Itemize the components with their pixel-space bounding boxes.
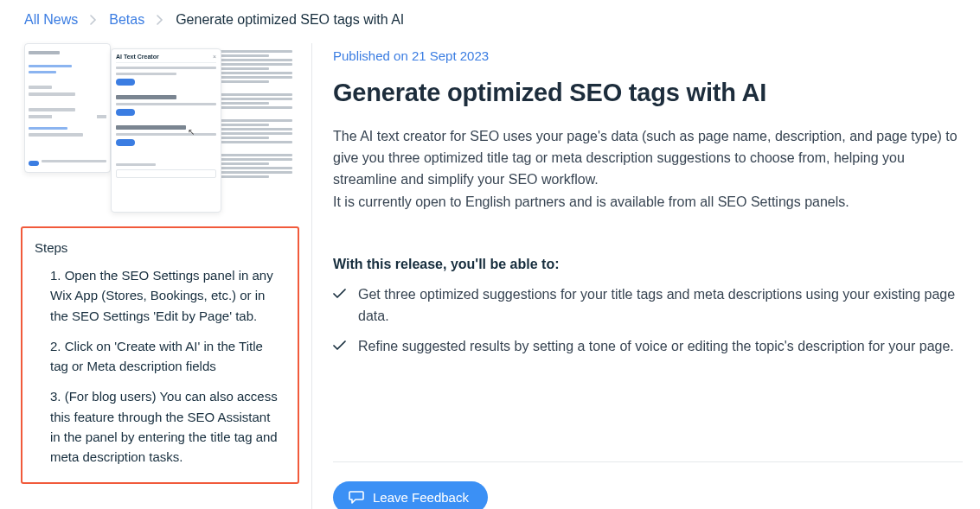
list-item: Get three optimized suggestions for your… — [333, 284, 963, 328]
check-icon — [333, 339, 346, 354]
release-heading: With this release, you'll be able to: — [333, 257, 963, 272]
breadcrumb-current: Generate optimized SEO tags with AI — [176, 12, 404, 28]
list-item: Refine suggested results by setting a to… — [333, 336, 963, 358]
speech-bubble-icon — [349, 490, 364, 504]
chevron-right-icon — [157, 15, 163, 25]
intro-paragraph: The AI text creator for SEO uses your pa… — [333, 126, 963, 190]
steps-box: Steps 1. Open the SEO Settings panel in … — [21, 226, 299, 484]
step-item: 1. Open the SEO Settings panel in any Wi… — [35, 265, 284, 326]
steps-heading: Steps — [35, 240, 284, 255]
leave-feedback-button[interactable]: Leave Feedback — [333, 481, 488, 509]
intro-paragraph: It is currently open to English partners… — [333, 192, 963, 213]
feedback-button-label: Leave Feedback — [373, 490, 469, 505]
step-item: 3. (For blog users) You can also access … — [35, 386, 284, 467]
cursor-icon: ↖ — [188, 127, 195, 137]
release-list: Get three optimized suggestions for your… — [333, 284, 963, 357]
thumb-panel-title: AI Text Creator — [116, 54, 159, 60]
check-icon — [333, 287, 346, 302]
breadcrumb: All News Betas Generate optimized SEO ta… — [0, 0, 980, 43]
chevron-right-icon — [90, 15, 97, 25]
page-title: Generate optimized SEO tags with AI — [333, 79, 963, 107]
breadcrumb-mid-link[interactable]: Betas — [109, 12, 144, 28]
list-item-text: Get three optimized suggestions for your… — [358, 284, 963, 328]
published-date: Published on 21 Sept 2023 — [333, 43, 963, 63]
step-item: 2. Click on 'Create with AI' in the Titl… — [35, 336, 284, 377]
list-item-text: Refine suggested results by setting a to… — [358, 336, 954, 358]
feature-screenshot-thumbnail: AI Text Creator × ↖ — [24, 43, 292, 216]
section-divider — [333, 461, 963, 462]
breadcrumb-root-link[interactable]: All News — [24, 12, 78, 28]
